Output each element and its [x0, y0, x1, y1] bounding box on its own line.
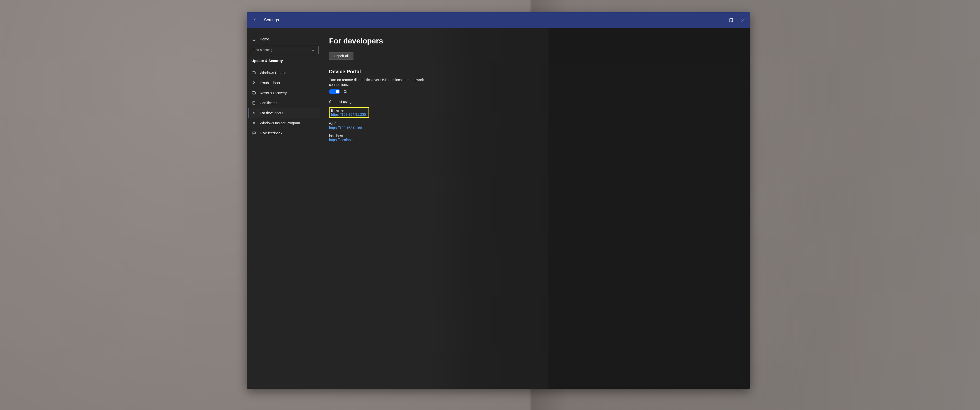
ethernet-highlight: Ethernet https://169.254.91.235: [329, 107, 369, 118]
svg-rect-7: [253, 102, 255, 105]
sidebar-item-troubleshoot[interactable]: Troubleshoot: [248, 78, 320, 88]
close-button[interactable]: [737, 15, 748, 25]
search-wrap: [250, 46, 318, 54]
certificate-icon: [252, 101, 256, 105]
sidebar-item-certificates[interactable]: Certificates: [248, 98, 320, 108]
insider-icon: [252, 121, 256, 125]
device-portal-description: Turn on remote diagnostics over USB and …: [329, 78, 430, 87]
window-title: Settings: [264, 18, 279, 22]
sidebar-item-reset-recovery[interactable]: Reset & recovery: [248, 88, 320, 98]
page-heading: For developers: [329, 37, 745, 45]
sidebar-item-home[interactable]: Home: [248, 34, 320, 44]
developers-icon: [252, 111, 256, 115]
back-button[interactable]: [251, 15, 261, 25]
unpair-all-button[interactable]: Unpair all: [329, 52, 353, 60]
sidebar-item-label: Windows Insider Program: [260, 121, 300, 125]
search-input[interactable]: [250, 46, 318, 54]
sidebar-section-title: Update & Security: [248, 57, 320, 67]
main-content: For developers Unpair all Device Portal …: [323, 28, 750, 389]
feedback-icon: [252, 131, 256, 135]
svg-point-16: [253, 122, 255, 123]
sidebar: Home Update & Security: [247, 28, 323, 389]
connect-using-label: Connect using:: [329, 100, 745, 104]
sidebar-item-windows-update[interactable]: Windows Update: [248, 68, 320, 78]
back-arrow-icon: [253, 17, 258, 23]
sync-icon: [252, 70, 256, 75]
home-icon: [252, 37, 256, 41]
svg-point-13: [253, 112, 253, 113]
sidebar-item-insider[interactable]: Windows Insider Program: [248, 118, 320, 128]
localhost-label: localhost: [329, 134, 745, 138]
sidebar-item-label: Reset & recovery: [260, 91, 287, 95]
localhost-url-link[interactable]: https://localhost: [329, 138, 353, 142]
device-portal-heading: Device Portal: [329, 69, 745, 75]
close-icon: [740, 17, 745, 22]
ethernet-url-link[interactable]: https://169.254.91.235: [331, 113, 366, 116]
wrench-icon: [252, 81, 256, 85]
sidebar-item-label: Home: [260, 37, 269, 41]
sidebar-item-label: Windows Update: [260, 71, 286, 75]
sidebar-item-label: For developers: [260, 111, 283, 115]
sidebar-item-label: Give feedback: [260, 131, 282, 135]
window-body: Home Update & Security: [247, 28, 750, 389]
sidebar-item-label: Troubleshoot: [260, 81, 280, 85]
sidebar-item-label: Certificates: [260, 101, 277, 105]
follow-me-icon: [728, 17, 734, 22]
follow-me-button[interactable]: [725, 15, 737, 25]
sidebar-item-feedback[interactable]: Give feedback: [248, 128, 320, 138]
device-portal-toggle[interactable]: [329, 89, 340, 94]
wifi-url-link[interactable]: https://192.168.0.168: [329, 126, 362, 130]
ethernet-label: Ethernet: [331, 108, 366, 113]
svg-point-14: [254, 113, 254, 113]
titlebar: Settings: [247, 12, 750, 28]
sidebar-item-for-developers[interactable]: For developers: [248, 108, 320, 118]
device-portal-toggle-label: On: [344, 90, 348, 94]
wifi-label: Wi-Fi: [329, 122, 745, 126]
history-icon: [252, 91, 256, 95]
svg-point-15: [255, 112, 255, 113]
settings-window: Settings Hom: [247, 12, 750, 389]
